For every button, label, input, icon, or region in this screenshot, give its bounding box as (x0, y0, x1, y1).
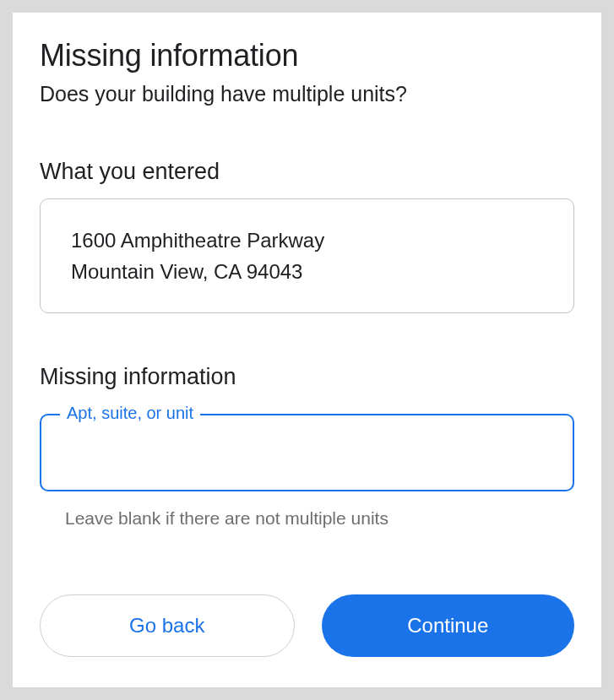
unit-field-label: Apt, suite, or unit (60, 404, 200, 423)
continue-button[interactable]: Continue (322, 594, 575, 657)
address-line-1: 1600 Amphitheatre Parkway (71, 225, 543, 256)
unit-field-wrapper: Apt, suite, or unit (40, 414, 574, 491)
missing-heading: Missing information (40, 364, 574, 390)
unit-input[interactable] (40, 414, 574, 491)
button-row: Go back Continue (40, 561, 574, 657)
dialog-subtitle: Does your building have multiple units? (40, 82, 574, 106)
entered-address-box: 1600 Amphitheatre Parkway Mountain View,… (40, 198, 574, 313)
unit-helper-text: Leave blank if there are not multiple un… (65, 508, 574, 529)
go-back-button[interactable]: Go back (40, 594, 295, 657)
entered-heading: What you entered (40, 159, 574, 185)
dialog-card: Missing information Does your building h… (12, 12, 602, 688)
dialog-title: Missing information (40, 38, 574, 73)
address-line-2: Mountain View, CA 94043 (71, 256, 543, 287)
